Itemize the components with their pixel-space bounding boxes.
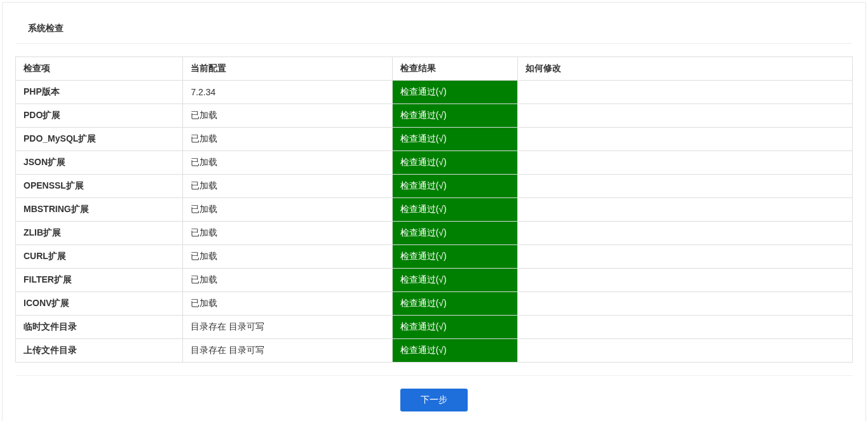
table-row: MBSTRING扩展 已加载 检查通过(√): [16, 198, 853, 222]
cell-item: 上传文件目录: [16, 339, 183, 363]
panel-title: 系统检查: [28, 23, 840, 34]
pass-badge: 检查通过(√): [393, 316, 518, 338]
cell-result: 检查通过(√): [392, 222, 518, 245]
cell-howto: [518, 104, 853, 128]
pass-badge: 检查通过(√): [393, 175, 518, 197]
col-howto: 如何修改: [518, 57, 853, 81]
cell-result: 检查通过(√): [392, 245, 518, 269]
system-check-table: 检查项 当前配置 检查结果 如何修改 PHP版本 7.2.34 检查通过(√) …: [15, 57, 853, 363]
cell-howto: [518, 316, 853, 339]
cell-config: 已加载: [183, 269, 392, 292]
table-row: 上传文件目录 目录存在 目录可写 检查通过(√): [16, 339, 853, 363]
pass-badge: 检查通过(√): [393, 339, 518, 362]
cell-config: 已加载: [183, 245, 392, 269]
col-item: 检查项: [16, 57, 183, 81]
cell-result: 检查通过(√): [392, 269, 518, 292]
cell-howto: [518, 128, 853, 151]
cell-item: PHP版本: [16, 81, 183, 104]
cell-result: 检查通过(√): [392, 316, 518, 339]
cell-howto: [518, 175, 853, 198]
cell-config: 已加载: [183, 151, 392, 175]
pass-badge: 检查通过(√): [393, 222, 518, 244]
cell-howto: [518, 339, 853, 363]
pass-badge: 检查通过(√): [393, 269, 518, 291]
cell-config: 目录存在 目录可写: [183, 339, 392, 363]
cell-howto: [518, 245, 853, 269]
panel-header: 系统检查: [15, 14, 853, 44]
table-row: FILTER扩展 已加载 检查通过(√): [16, 269, 853, 292]
cell-config: 目录存在 目录可写: [183, 316, 392, 339]
cell-config: 已加载: [183, 175, 392, 198]
cell-item: JSON扩展: [16, 151, 183, 175]
table-row: PDO扩展 已加载 检查通过(√): [16, 104, 853, 128]
cell-item: 临时文件目录: [16, 316, 183, 339]
cell-result: 检查通过(√): [392, 339, 518, 363]
cell-result: 检查通过(√): [392, 128, 518, 151]
panel-footer: 下一步: [15, 375, 853, 421]
cell-result: 检查通过(√): [392, 81, 518, 104]
pass-badge: 检查通过(√): [393, 128, 518, 150]
cell-config: 7.2.34: [183, 81, 392, 104]
cell-result: 检查通过(√): [392, 151, 518, 175]
cell-howto: [518, 198, 853, 222]
table-row: JSON扩展 已加载 检查通过(√): [16, 151, 853, 175]
cell-item: PDO扩展: [16, 104, 183, 128]
cell-result: 检查通过(√): [392, 292, 518, 316]
cell-item: FILTER扩展: [16, 269, 183, 292]
cell-howto: [518, 269, 853, 292]
cell-result: 检查通过(√): [392, 104, 518, 128]
cell-item: ZLIB扩展: [16, 222, 183, 245]
table-row: 临时文件目录 目录存在 目录可写 检查通过(√): [16, 316, 853, 339]
pass-badge: 检查通过(√): [393, 292, 518, 315]
cell-howto: [518, 292, 853, 316]
cell-result: 检查通过(√): [392, 198, 518, 222]
cell-item: OPENSSL扩展: [16, 175, 183, 198]
cell-howto: [518, 222, 853, 245]
pass-badge: 检查通过(√): [393, 151, 518, 174]
cell-howto: [518, 151, 853, 175]
table-row: PHP版本 7.2.34 检查通过(√): [16, 81, 853, 104]
table-row: ICONV扩展 已加载 检查通过(√): [16, 292, 853, 316]
cell-config: 已加载: [183, 292, 392, 316]
table-body: PHP版本 7.2.34 检查通过(√) PDO扩展 已加载 检查通过(√) P…: [16, 81, 853, 363]
cell-howto: [518, 81, 853, 104]
pass-badge: 检查通过(√): [393, 81, 518, 104]
cell-config: 已加载: [183, 104, 392, 128]
pass-badge: 检查通过(√): [393, 198, 518, 221]
col-config: 当前配置: [183, 57, 392, 81]
cell-item: PDO_MySQL扩展: [16, 128, 183, 151]
pass-badge: 检查通过(√): [393, 245, 518, 268]
system-check-panel: 系统检查 检查项 当前配置 检查结果 如何修改 PHP版本 7.2.34 检查通…: [2, 2, 866, 421]
cell-config: 已加载: [183, 128, 392, 151]
panel-body: 检查项 当前配置 检查结果 如何修改 PHP版本 7.2.34 检查通过(√) …: [3, 44, 865, 375]
pass-badge: 检查通过(√): [393, 104, 518, 127]
cell-item: CURL扩展: [16, 245, 183, 269]
cell-config: 已加载: [183, 222, 392, 245]
cell-item: MBSTRING扩展: [16, 198, 183, 222]
table-row: ZLIB扩展 已加载 检查通过(√): [16, 222, 853, 245]
cell-item: ICONV扩展: [16, 292, 183, 316]
col-result: 检查结果: [392, 57, 518, 81]
cell-result: 检查通过(√): [392, 175, 518, 198]
cell-config: 已加载: [183, 198, 392, 222]
next-button[interactable]: 下一步: [400, 389, 468, 411]
table-row: PDO_MySQL扩展 已加载 检查通过(√): [16, 128, 853, 151]
table-row: CURL扩展 已加载 检查通过(√): [16, 245, 853, 269]
table-row: OPENSSL扩展 已加载 检查通过(√): [16, 175, 853, 198]
table-header-row: 检查项 当前配置 检查结果 如何修改: [16, 57, 853, 81]
